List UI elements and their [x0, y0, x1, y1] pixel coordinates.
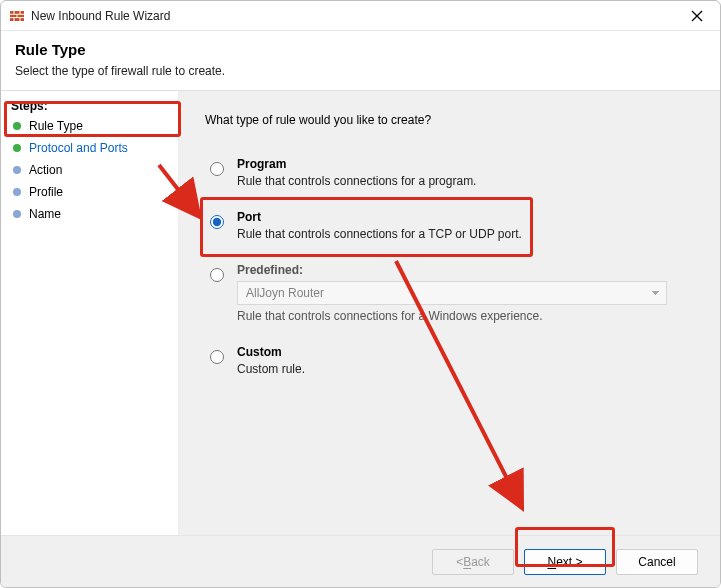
step-bullet-icon — [13, 166, 21, 174]
wizard-window: New Inbound Rule Wizard Rule Type Select… — [0, 0, 721, 588]
option-port-desc: Rule that controls connections for a TCP… — [237, 227, 522, 241]
option-custom-label: Custom — [237, 345, 305, 359]
option-custom-desc: Custom rule. — [237, 362, 305, 376]
option-custom[interactable]: Custom Custom rule. — [205, 345, 694, 376]
step-label: Profile — [29, 185, 63, 199]
option-predefined-desc: Rule that controls connections for a Win… — [237, 309, 667, 323]
wizard-content: What type of rule would you like to crea… — [179, 91, 720, 535]
wizard-header: Rule Type Select the type of firewall ru… — [1, 31, 720, 91]
step-label: Rule Type — [29, 119, 83, 133]
step-profile[interactable]: Profile — [7, 181, 174, 203]
wizard-footer: < Back Next > Cancel — [1, 535, 720, 587]
predefined-select: AllJoyn Router — [237, 281, 667, 305]
radio-port[interactable] — [210, 215, 224, 229]
step-bullet-icon — [13, 210, 21, 218]
option-program-label: Program — [237, 157, 476, 171]
question-text: What type of rule would you like to crea… — [205, 113, 694, 127]
step-bullet-icon — [13, 188, 21, 196]
option-program-desc: Rule that controls connections for a pro… — [237, 174, 476, 188]
firewall-icon — [9, 8, 25, 24]
radio-custom[interactable] — [210, 350, 224, 364]
titlebar: New Inbound Rule Wizard — [1, 1, 720, 31]
step-name[interactable]: Name — [7, 203, 174, 225]
wizard-body: Steps: Rule Type Protocol and Ports Acti… — [1, 91, 720, 535]
close-icon[interactable] — [682, 1, 712, 31]
step-bullet-icon — [13, 144, 21, 152]
step-label: Name — [29, 207, 61, 221]
step-label: Action — [29, 163, 62, 177]
option-program[interactable]: Program Rule that controls connections f… — [205, 157, 694, 188]
radio-predefined[interactable] — [210, 268, 224, 282]
option-port[interactable]: Port Rule that controls connections for … — [205, 210, 694, 241]
option-port-label: Port — [237, 210, 522, 224]
radio-program[interactable] — [210, 162, 224, 176]
step-label: Protocol and Ports — [29, 141, 128, 155]
page-subtitle: Select the type of firewall rule to crea… — [15, 64, 706, 78]
step-bullet-icon — [13, 122, 21, 130]
option-predefined-label: Predefined: — [237, 263, 667, 277]
next-button[interactable]: Next > — [524, 549, 606, 575]
window-title: New Inbound Rule Wizard — [31, 9, 170, 23]
step-protocol-ports[interactable]: Protocol and Ports — [7, 137, 174, 159]
step-rule-type[interactable]: Rule Type — [7, 115, 174, 137]
steps-heading: Steps: — [11, 99, 174, 113]
cancel-button[interactable]: Cancel — [616, 549, 698, 575]
steps-sidebar: Steps: Rule Type Protocol and Ports Acti… — [1, 91, 179, 535]
step-action[interactable]: Action — [7, 159, 174, 181]
page-title: Rule Type — [15, 41, 706, 58]
option-predefined[interactable]: Predefined: AllJoyn Router Rule that con… — [205, 263, 694, 323]
back-button: < Back — [432, 549, 514, 575]
